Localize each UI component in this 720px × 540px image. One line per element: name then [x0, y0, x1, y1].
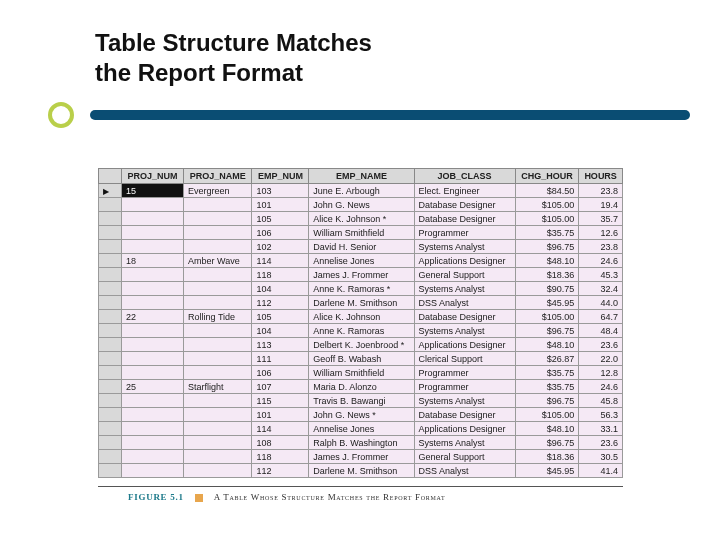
cell-hours: 12.6: [579, 226, 623, 240]
cell-emp-num: 118: [252, 268, 309, 282]
page-title: Table Structure Matches the Report Forma…: [95, 28, 372, 88]
cell-emp-num: 112: [252, 464, 309, 478]
cell-proj-num: 18: [122, 254, 184, 268]
cell-proj-num: [122, 464, 184, 478]
cell-emp-num: 112: [252, 296, 309, 310]
cell-proj-num: [122, 450, 184, 464]
cell-chg-hour: $96.75: [515, 324, 579, 338]
table-row: 106William SmithfieldProgrammer$35.7512.…: [99, 226, 623, 240]
cell-emp-name: Geoff B. Wabash: [309, 352, 414, 366]
cell-chg-hour: $48.10: [515, 338, 579, 352]
cell-proj-num: [122, 366, 184, 380]
cell-proj-num: [122, 282, 184, 296]
cell-proj-name: [184, 212, 252, 226]
cell-job-class: Database Designer: [414, 408, 515, 422]
cell-chg-hour: $90.75: [515, 282, 579, 296]
cell-job-class: Applications Designer: [414, 422, 515, 436]
cell-chg-hour: $96.75: [515, 436, 579, 450]
cell-hours: 19.4: [579, 198, 623, 212]
table-row: 104Anne K. RamorasSystems Analyst$96.754…: [99, 324, 623, 338]
cell-chg-hour: $35.75: [515, 366, 579, 380]
cell-chg-hour: $26.87: [515, 352, 579, 366]
cell-hours: 45.3: [579, 268, 623, 282]
accent-bar: [90, 110, 690, 120]
cell-chg-hour: $48.10: [515, 254, 579, 268]
cell-hours: 23.6: [579, 436, 623, 450]
cell-job-class: Applications Designer: [414, 254, 515, 268]
cell-job-class: Elect. Engineer: [414, 184, 515, 198]
title-line1: Table Structure Matches: [95, 29, 372, 56]
cell-hours: 41.4: [579, 464, 623, 478]
row-selector: [99, 338, 122, 352]
cell-job-class: Database Designer: [414, 310, 515, 324]
cell-proj-num: [122, 324, 184, 338]
cell-job-class: Systems Analyst: [414, 240, 515, 254]
row-selector: [99, 324, 122, 338]
col-chg-hour: CHG_HOUR: [515, 169, 579, 184]
cell-emp-name: Alice K. Johnson: [309, 310, 414, 324]
col-hours: HOURS: [579, 169, 623, 184]
data-table: PROJ_NUM PROJ_NAME EMP_NUM EMP_NAME JOB_…: [98, 168, 623, 478]
table-row: 22Rolling Tide105Alice K. JohnsonDatabas…: [99, 310, 623, 324]
table-row: 106William SmithfieldProgrammer$35.7512.…: [99, 366, 623, 380]
cell-job-class: Clerical Support: [414, 352, 515, 366]
cell-proj-num: [122, 352, 184, 366]
cell-hours: 35.7: [579, 212, 623, 226]
cell-emp-num: 108: [252, 436, 309, 450]
row-selector: [99, 422, 122, 436]
table-row: 25Starflight107Maria D. AlonzoProgrammer…: [99, 380, 623, 394]
row-selector: [99, 352, 122, 366]
cell-hours: 56.3: [579, 408, 623, 422]
cell-job-class: Applications Designer: [414, 338, 515, 352]
cell-job-class: Programmer: [414, 380, 515, 394]
cell-emp-num: 115: [252, 394, 309, 408]
cell-job-class: DSS Analyst: [414, 464, 515, 478]
table-header: PROJ_NUM PROJ_NAME EMP_NUM EMP_NAME JOB_…: [99, 169, 623, 184]
cell-proj-name: [184, 296, 252, 310]
col-job-class: JOB_CLASS: [414, 169, 515, 184]
cell-emp-name: Delbert K. Joenbrood *: [309, 338, 414, 352]
table-body: 15Evergreen103June E. ArboughElect. Engi…: [99, 184, 623, 478]
table-row: 18Amber Wave114Annelise JonesApplication…: [99, 254, 623, 268]
row-selector: [99, 282, 122, 296]
cell-proj-num: [122, 240, 184, 254]
cell-emp-name: James J. Frommer: [309, 450, 414, 464]
cell-job-class: General Support: [414, 268, 515, 282]
cell-job-class: Programmer: [414, 366, 515, 380]
cell-hours: 30.5: [579, 450, 623, 464]
cell-emp-name: Annelise Jones: [309, 422, 414, 436]
table-row: 104Anne K. Ramoras *Systems Analyst$90.7…: [99, 282, 623, 296]
row-selector: [99, 198, 122, 212]
table-row: 101John G. NewsDatabase Designer$105.001…: [99, 198, 623, 212]
cell-emp-name: Annelise Jones: [309, 254, 414, 268]
table-row: 114Annelise JonesApplications Designer$4…: [99, 422, 623, 436]
cell-hours: 33.1: [579, 422, 623, 436]
cell-emp-num: 111: [252, 352, 309, 366]
cell-proj-name: [184, 436, 252, 450]
cell-job-class: Database Designer: [414, 212, 515, 226]
accent-dot: [48, 102, 74, 128]
cell-chg-hour: $96.75: [515, 394, 579, 408]
cell-chg-hour: $18.36: [515, 268, 579, 282]
cell-hours: 24.6: [579, 254, 623, 268]
cell-chg-hour: $48.10: [515, 422, 579, 436]
cell-emp-name: Alice K. Johnson *: [309, 212, 414, 226]
figure: PROJ_NUM PROJ_NAME EMP_NUM EMP_NAME JOB_…: [98, 168, 623, 502]
cell-proj-name: [184, 324, 252, 338]
row-selector: [99, 464, 122, 478]
row-selector: [99, 380, 122, 394]
row-selector: [99, 450, 122, 464]
cell-emp-name: June E. Arbough: [309, 184, 414, 198]
cell-proj-name: [184, 366, 252, 380]
cell-emp-num: 103: [252, 184, 309, 198]
row-selector: [99, 408, 122, 422]
row-selector: [99, 254, 122, 268]
table-row: 113Delbert K. Joenbrood *Applications De…: [99, 338, 623, 352]
row-selector: [99, 268, 122, 282]
cell-chg-hour: $105.00: [515, 408, 579, 422]
cell-proj-name: Rolling Tide: [184, 310, 252, 324]
cell-job-class: Systems Analyst: [414, 436, 515, 450]
row-selector: [99, 366, 122, 380]
cell-proj-name: [184, 394, 252, 408]
cell-chg-hour: $35.75: [515, 226, 579, 240]
